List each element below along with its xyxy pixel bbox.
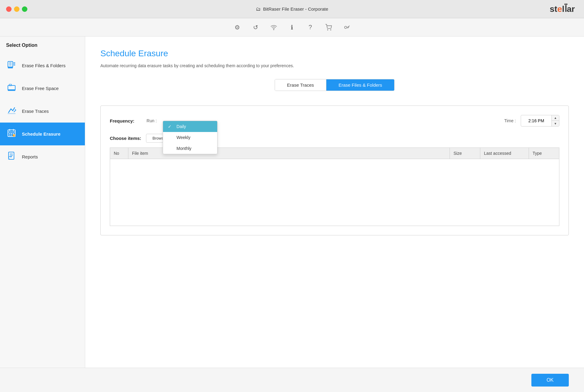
time-up-button[interactable]: ▲ bbox=[552, 115, 559, 121]
svg-rect-26 bbox=[9, 135, 10, 136]
page-description: Automate recurring data erasure tasks by… bbox=[100, 63, 569, 68]
check-icon: ✓ bbox=[168, 124, 173, 129]
col-last-accessed: Last accessed bbox=[480, 148, 529, 159]
sidebar-title: Select Option bbox=[0, 43, 85, 54]
frequency-label: Frequency: bbox=[110, 118, 134, 123]
close-button[interactable] bbox=[6, 6, 12, 12]
svg-point-0 bbox=[273, 29, 274, 30]
content-area: Schedule Erasure Automate recurring data… bbox=[85, 36, 584, 368]
time-down-button[interactable]: ▼ bbox=[552, 121, 559, 126]
cart-icon[interactable] bbox=[322, 21, 335, 33]
ok-button[interactable]: OK bbox=[531, 374, 569, 387]
reports-icon bbox=[6, 151, 17, 163]
time-label: Time : bbox=[504, 118, 516, 123]
schedule-tabs: Erase Traces Erase Files & Folders bbox=[275, 79, 395, 91]
sidebar-item-erase-free-space[interactable]: Erase Free Space bbox=[0, 77, 85, 100]
svg-rect-18 bbox=[8, 113, 16, 114]
time-group: Time : 2:16 PM ▲ ▼ bbox=[504, 115, 559, 127]
choose-items-label: Choose items: bbox=[110, 136, 141, 141]
schedule-panel: Frequency: Run : ✓ Daily Weekly bbox=[100, 106, 569, 235]
svg-rect-23 bbox=[9, 133, 10, 134]
svg-rect-31 bbox=[9, 152, 14, 159]
title-bar: 🗂 BitRaser File Eraser - Corporate stell… bbox=[0, 0, 584, 18]
app-title: 🗂 BitRaser File Eraser - Corporate bbox=[256, 6, 328, 12]
svg-rect-24 bbox=[11, 133, 12, 134]
wifi-icon[interactable] bbox=[268, 21, 280, 33]
tab-erase-files-folders[interactable]: Erase Files & Folders bbox=[326, 79, 394, 91]
main-layout: Select Option Erase Files & Folders bbox=[0, 36, 584, 368]
sidebar-item-label: Reports bbox=[22, 154, 38, 159]
dropdown-menu: ✓ Daily Weekly Monthly bbox=[163, 121, 217, 154]
tab-erase-traces[interactable]: Erase Traces bbox=[275, 79, 326, 91]
time-input[interactable]: 2:16 PM ▲ ▼ bbox=[521, 115, 559, 127]
col-size: Size bbox=[450, 148, 480, 159]
col-type: Type bbox=[529, 148, 559, 159]
bottom-bar: OK bbox=[0, 368, 584, 392]
sidebar-item-label: Erase Traces bbox=[22, 109, 49, 114]
app-icon: 🗂 bbox=[256, 6, 261, 12]
settings-icon[interactable]: ⚙ bbox=[231, 21, 243, 33]
svg-point-1 bbox=[327, 29, 328, 30]
erase-files-icon bbox=[6, 60, 17, 71]
sidebar-item-label: Erase Free Space bbox=[22, 86, 59, 91]
sidebar: Select Option Erase Files & Folders bbox=[0, 36, 85, 368]
run-label: Run : bbox=[147, 118, 157, 123]
sidebar-item-erase-files[interactable]: Erase Files & Folders bbox=[0, 54, 85, 77]
sidebar-item-label: Erase Files & Folders bbox=[22, 63, 65, 68]
toolbar: ⚙ ↺ ℹ ? bbox=[0, 18, 584, 36]
schedule-erasure-icon bbox=[6, 128, 17, 140]
table-body bbox=[110, 159, 559, 226]
sidebar-item-reports[interactable]: Reports bbox=[0, 145, 85, 168]
dropdown-option-monthly[interactable]: Monthly bbox=[163, 143, 217, 154]
help-icon[interactable]: ? bbox=[304, 21, 316, 33]
frequency-row: Frequency: Run : ✓ Daily Weekly bbox=[110, 115, 559, 127]
info-icon[interactable]: ℹ bbox=[286, 21, 298, 33]
svg-rect-15 bbox=[9, 84, 12, 86]
maximize-button[interactable] bbox=[22, 6, 27, 12]
stellar-logo: stell̈ar bbox=[550, 4, 575, 14]
svg-point-3 bbox=[345, 26, 347, 28]
page-title: Schedule Erasure bbox=[100, 49, 569, 58]
sidebar-item-label: Schedule Erasure bbox=[22, 131, 61, 137]
empty-row bbox=[110, 159, 559, 226]
erase-free-space-icon bbox=[6, 82, 17, 94]
key-icon[interactable] bbox=[341, 21, 353, 33]
file-table: No File item Size Last accessed Type bbox=[110, 147, 559, 226]
dropdown-option-weekly[interactable]: Weekly bbox=[163, 132, 217, 143]
svg-rect-27 bbox=[11, 135, 12, 136]
col-no: No bbox=[110, 148, 128, 159]
sidebar-item-erase-traces[interactable]: Erase Traces bbox=[0, 100, 85, 123]
erase-traces-icon bbox=[6, 105, 17, 117]
svg-point-2 bbox=[330, 29, 331, 30]
traffic-lights bbox=[6, 6, 27, 12]
sidebar-item-schedule-erasure[interactable]: Schedule Erasure bbox=[0, 123, 85, 145]
dropdown-option-daily[interactable]: ✓ Daily bbox=[163, 121, 217, 132]
time-spinner: ▲ ▼ bbox=[551, 115, 559, 126]
time-value: 2:16 PM bbox=[521, 116, 551, 126]
minimize-button[interactable] bbox=[14, 6, 19, 12]
refresh-icon[interactable]: ↺ bbox=[249, 21, 262, 33]
